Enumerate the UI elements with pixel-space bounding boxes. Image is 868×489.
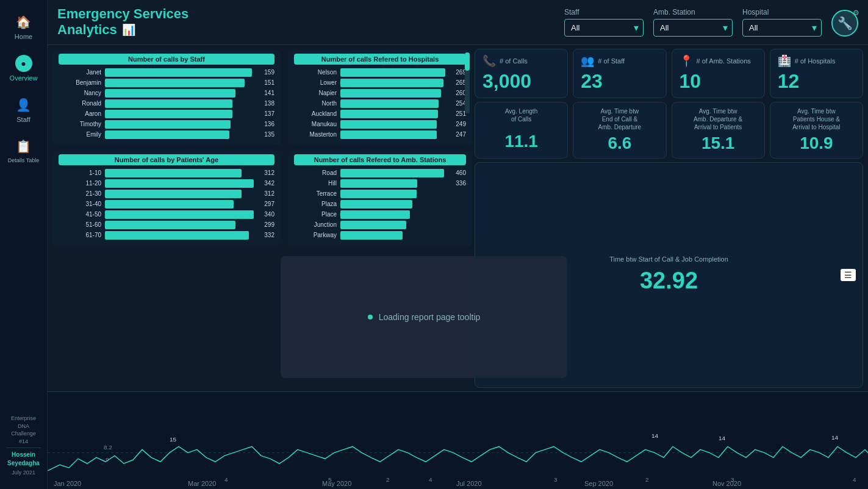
bar-label: Hill [294,180,337,187]
avg-card-value-length: 11.1 [504,132,538,151]
staff-select[interactable]: All [564,19,644,37]
avg-card-value-amb-arrival: 15.1 [701,134,735,153]
bar-label: Auckland [294,110,337,117]
bar-row-nelson: Nelson 269 [294,68,466,77]
user-avatar[interactable]: 🔧 [831,10,858,37]
kpi-row: 📞 # of Calls 3,000 👥 # of Staff 23 📍 [475,49,863,98]
bar-row-emily: Emily 135 [59,130,274,139]
bar-value: 299 [264,221,274,228]
bar-container [105,110,258,118]
loading-dot-icon [368,315,373,319]
bar-label: 41-50 [59,211,101,218]
page-title-line1: Emergency Services [57,6,188,22]
bar-row-51-60: 51-60 299 [59,221,274,229]
bar-label: 31-40 [59,201,101,207]
bar-container [105,120,258,129]
calls-by-staff-title: Number of calls by Staff [59,54,274,65]
bar-row-plaza: Plaza [294,200,466,209]
bar-container [340,210,460,219]
svg-text:4: 4 [853,476,856,483]
calls-by-station-card: Number of calls Refered to Amb. Stations… [288,151,472,246]
amb-station-select[interactable]: All [653,19,733,37]
filter-amb-station: Amb. Station All [653,8,733,37]
bar-label: 1-10 [59,170,101,176]
bar-label: Emily [59,131,101,138]
bar-label: 11-20 [59,180,101,187]
bar-value: 340 [264,211,274,218]
menu-button[interactable]: ☰ [841,269,856,281]
chart-icon: 📊 [122,24,135,37]
kpi-value-hospitals: 12 [778,70,855,93]
svg-text:14: 14 [831,434,839,441]
filter-hospital: Hospital All [742,8,822,37]
bar-value: 332 [264,232,274,238]
kpi-card-amb: 📍 # of Amb. Stations 10 [672,49,765,98]
branding-label: Enterprise DNAChallenge #14 [6,415,41,445]
home-icon: 🏠 [15,13,32,30]
bar-value: 342 [264,180,274,187]
bar-value: 249 [456,121,466,127]
staff-filter-label: Staff [564,8,644,16]
bar-row-manukau: Manukau 249 [294,120,466,129]
bar-label: 51-60 [59,221,101,228]
bar-row-place: Place [294,210,466,219]
staff-select-wrapper: All [564,19,644,37]
main-content: Emergency Services Analytics 📊 Staff All… [48,0,868,489]
bar-container [105,231,258,240]
bar-row-31-40: 31-40 297 [59,200,274,209]
bar-row-21-30: 21-30 312 [59,190,274,198]
kpi-card-calls: 📞 # of Calls 3,000 [475,49,568,98]
svg-text:4: 4 [429,476,432,483]
bar-value: 138 [264,100,274,107]
sidebar-item-staff[interactable]: 👤 Staff [0,89,47,130]
bar-label: 21-30 [59,190,101,197]
filter-staff: Staff All [564,8,644,37]
sidebar-item-home-label: Home [15,33,32,40]
bar-row-lower: Lower 265 [294,79,466,87]
bar-row-61-70: 61-70 332 [59,231,274,240]
calls-by-station-title: Number of calls Refered to Amb. Stations [294,154,466,165]
hospital-select[interactable]: All [742,19,822,37]
sidebar: 🏠 Home ● Overview 👤 Staff 📋 Details Tabl… [0,0,48,489]
scrollbar[interactable] [465,52,470,113]
bar-container [340,130,450,139]
avg-card-value-house-hospital: 10.9 [800,134,833,153]
bar-value: 151 [264,79,274,86]
bar-container [105,99,258,108]
svg-text:3: 3 [731,476,734,483]
avg-card-house-hospital: Avg. Time btwPatients House &Arrival to … [770,102,863,159]
kpi-value-calls: 3,000 [482,70,560,93]
calls-by-hospital-title: Number of calls Refered to Hospitals [294,54,466,65]
bar-label: Manukau [294,121,337,127]
avg-card-title-length: Avg. Lengthof Calls [505,107,537,129]
bar-container [340,169,450,177]
bar-container [105,179,258,188]
bar-container [105,221,258,229]
hospital-filter-label: Hospital [742,8,822,16]
bar-row-napier: Napier 260 [294,89,466,98]
bar-value: 137 [264,110,274,117]
loading-text: Loading report page tooltip [379,312,481,322]
sidebar-item-staff-label: Staff [16,116,30,123]
kpi-header-calls: 📞 # of Calls [482,54,560,68]
svg-text:15: 15 [170,437,177,443]
sidebar-item-overview[interactable]: ● Overview [0,48,47,89]
staff-icon: 👤 [15,96,32,113]
svg-text:Jul 2020: Jul 2020 [456,480,482,487]
header: Emergency Services Analytics 📊 Staff All… [48,0,868,45]
svg-text:May 2020: May 2020 [322,480,351,487]
kpi-card-hospitals: 🏥 # of Hospitals 12 [770,49,863,98]
sidebar-item-details-label: Details Table [8,157,39,163]
bar-row-hill: Hill 336 [294,179,466,188]
calls-by-staff-card: Number of calls by Staff Janet 159 Benja… [52,50,281,146]
bar-container [105,79,258,87]
bar-label: Aaron [59,110,101,117]
bar-label: Nelson [294,69,337,76]
bar-row-junction: Junction [294,221,466,229]
sidebar-item-home[interactable]: 🏠 Home [0,6,47,48]
kpi-header-amb: 📍 # of Amb. Stations [680,54,757,68]
sidebar-item-details[interactable]: 📋 Details Table [0,130,47,171]
svg-text:14: 14 [719,435,726,442]
kpi-value-staff: 23 [581,70,658,93]
kpi-header-hospitals: 🏥 # of Hospitals [778,54,855,68]
